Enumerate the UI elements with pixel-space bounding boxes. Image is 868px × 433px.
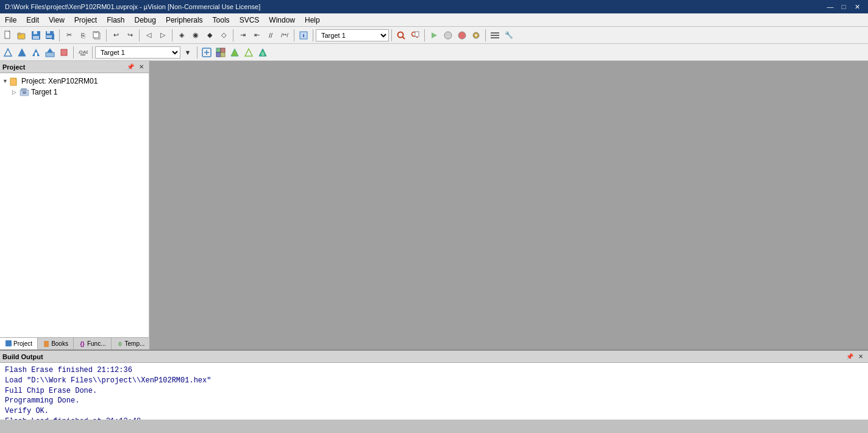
toolbar-view-button[interactable] (488, 29, 502, 42)
tree-root-item[interactable]: ▼ Project: XenP102RM01 (2, 76, 146, 87)
svg-rect-41 (221, 48, 225, 52)
menu-edit[interactable]: Edit (21, 13, 44, 26)
event-viewer-button[interactable] (228, 46, 241, 59)
cut-button[interactable]: ✂ (62, 29, 76, 42)
tab-templates[interactable]: 0 Temp... (112, 338, 151, 349)
build-target-button[interactable] (15, 46, 29, 59)
separator10 (485, 29, 486, 41)
menu-flash[interactable]: Flash (102, 13, 129, 26)
find-button[interactable] (394, 29, 408, 42)
menu-help[interactable]: Help (300, 13, 325, 26)
svg-rect-53 (5, 340, 12, 346)
open-file-button[interactable] (15, 29, 29, 42)
tab-functions[interactable]: {} Func... (74, 338, 112, 349)
menu-view[interactable]: View (44, 13, 69, 26)
build-line-5: Verify OK. (5, 406, 863, 417)
new-file-button[interactable] (1, 29, 15, 42)
svg-marker-29 (18, 49, 26, 56)
copy-button[interactable]: ⎘ (76, 29, 90, 42)
svg-marker-28 (4, 49, 12, 56)
build-multifiles-button[interactable] (1, 46, 15, 59)
open-doc-button[interactable]: i (297, 29, 310, 42)
separator2 (106, 29, 107, 41)
tree-root-label: Project: XenP102RM01 (21, 77, 98, 85)
target-select2[interactable]: Target 1 (95, 46, 180, 59)
redo-button[interactable]: ↪ (123, 29, 137, 42)
svg-rect-31 (35, 52, 37, 56)
panel-close-button[interactable]: ✕ (137, 62, 146, 72)
separator8 (391, 29, 392, 41)
rebuild-button[interactable] (29, 46, 43, 59)
menu-file[interactable]: File (0, 13, 21, 26)
debug-options-button[interactable]: ▼ (469, 29, 483, 42)
select-software-button[interactable]: S (256, 46, 269, 59)
settings-button[interactable]: 🔧 (502, 29, 516, 42)
panel-pin-button[interactable]: 📌 (126, 62, 135, 72)
target-dropdown-btn[interactable]: ▼ (181, 46, 194, 59)
tab-project[interactable]: Project (0, 338, 38, 349)
svg-point-22 (458, 32, 466, 39)
tree-target-item[interactable]: ▷ Target 1 (2, 87, 146, 98)
menu-peripherals[interactable]: Peripherals (161, 13, 208, 26)
uncomment-button[interactable]: /**/ (278, 29, 291, 42)
stop-exec-button[interactable] (455, 29, 469, 42)
options-target-button[interactable] (200, 46, 213, 59)
packages-button[interactable] (242, 46, 255, 59)
manage-components-button[interactable] (214, 46, 227, 59)
toolbar1: ✂ ⎘ ↩ ↪ ◁ ▷ ◈ ◉ ◆ ◇ ⇥ ⇤ // /**/ i Target… (0, 27, 868, 44)
bookmark4-button[interactable]: ◇ (217, 29, 230, 42)
menu-project[interactable]: Project (69, 13, 102, 26)
svg-rect-32 (46, 52, 54, 57)
stop-button[interactable] (441, 29, 455, 42)
tab-temp-icon: 0 (116, 340, 124, 348)
project-tabs: Project Books {} Func... 0 Temp... (0, 337, 149, 349)
stop-build-button[interactable] (57, 46, 71, 59)
build-line-3: Full Chip Erase Done. (5, 386, 863, 396)
menu-svcs[interactable]: SVCS (235, 13, 265, 26)
save-button[interactable] (29, 29, 43, 42)
separator9 (424, 29, 425, 41)
tab-books[interactable]: Books (38, 338, 74, 349)
bookmark1-button[interactable]: ◈ (175, 29, 188, 42)
svg-text:0: 0 (118, 341, 121, 347)
nav-back-button[interactable]: ◁ (142, 29, 155, 42)
undo-button[interactable]: ↩ (109, 29, 123, 42)
svg-rect-12 (94, 31, 98, 33)
svg-text:S: S (261, 52, 265, 56)
svg-rect-26 (491, 35, 499, 36)
tree-target-label: Target 1 (31, 88, 57, 96)
save-all-button[interactable] (43, 29, 57, 42)
menu-tools[interactable]: Tools (208, 13, 235, 26)
target-dropdown[interactable]: Target 1 (316, 29, 389, 41)
build-output-content: Flash Erase finished 21:12:36 Load "D:\\… (0, 363, 868, 420)
indent-button[interactable]: ⇥ (236, 29, 249, 42)
project-panel-title: Project (2, 63, 25, 71)
menu-debug[interactable]: Debug (130, 13, 161, 26)
svg-text:▼: ▼ (474, 33, 478, 38)
build-line-6: Flash Load finished at 21:12:48 (5, 417, 863, 420)
maximize-button[interactable]: □ (838, 1, 850, 12)
download-button[interactable]: LOAD (76, 46, 90, 59)
batch-build-button[interactable] (43, 46, 57, 59)
svg-rect-34 (61, 49, 67, 55)
close-button[interactable]: ✕ (851, 1, 863, 12)
run-stop-button[interactable] (427, 29, 441, 42)
build-output-pin-button[interactable]: 📌 (845, 352, 855, 362)
bookmark2-button[interactable]: ◉ (189, 29, 202, 42)
svg-text:LOAD: LOAD (78, 49, 88, 55)
find-in-files-button[interactable] (408, 29, 422, 42)
svg-rect-4 (34, 31, 37, 34)
menu-window[interactable]: Window (264, 13, 300, 26)
build-output-close-button[interactable]: ✕ (856, 352, 866, 362)
build-output-panel: Build Output 📌 ✕ Flash Erase finished 21… (0, 349, 868, 420)
minimize-button[interactable]: — (824, 1, 836, 12)
svg-rect-43 (221, 52, 225, 57)
paste-button[interactable] (90, 29, 104, 42)
unindent-button[interactable]: ⇤ (250, 29, 263, 42)
separator4 (172, 29, 173, 41)
nav-forward-button[interactable]: ▷ (156, 29, 169, 42)
bookmark3-button[interactable]: ◆ (203, 29, 216, 42)
svg-rect-52 (23, 91, 26, 94)
tab-books-icon (43, 340, 50, 348)
comment-button[interactable]: // (264, 29, 277, 42)
